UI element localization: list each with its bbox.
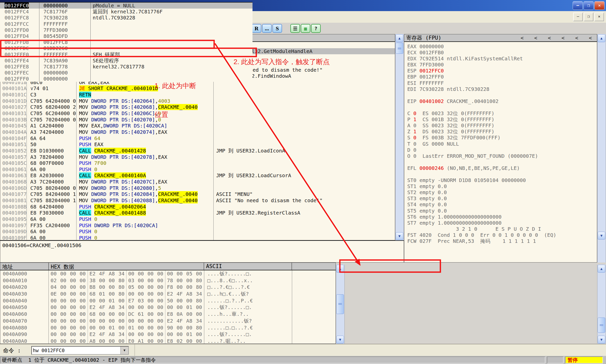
disasm-row[interactable]: 0040101DC705 64204000 0MOV DWORD PTR DS:… [0, 98, 395, 104]
disasm-row[interactable]: 0040103BC705 70204000 0MOV DWORD PTR DS:… [0, 117, 395, 123]
stack-row[interactable]: 0012FFC47C81776F返回到 kernel32.7C81776F [0, 9, 252, 15]
stack-row[interactable]: 0012FFE0FFFFFFFFSEH 链尾部 [0, 51, 252, 58]
scroll-up-icon[interactable]: ▲ [598, 34, 605, 42]
register-line[interactable]: FCW 027F Prec NEAR,53 掩码 1 1 1 1 1 1 [407, 238, 597, 244]
register-line[interactable]: ST3 empty 0.0 [407, 195, 597, 201]
stack-row[interactable]: 0012FFF000000000 [0, 76, 252, 82]
disasm-row[interactable]: 00401077C705 84204000 1MOV DWORD PTR DS:… [0, 191, 395, 197]
register-line[interactable]: D 0 [407, 147, 597, 153]
register-line[interactable]: ST6 empty 1.0000000000000000000 [407, 214, 597, 220]
chevron-left-icon[interactable]: < [575, 35, 578, 41]
chevron-left-icon[interactable]: < [589, 35, 592, 41]
register-line[interactable]: ECX 0012FFB0 [407, 49, 597, 56]
dump-row[interactable]: 0040A01002000000380000800300000078000080… [0, 277, 336, 284]
view-button-...[interactable]: ... [262, 24, 272, 33]
disasm-row[interactable]: 00401097FF35 CA204000PUSH DWORD PTR DS:[… [0, 222, 395, 229]
register-line[interactable]: A 0 SS 0023 32位 0(FFFFFFFF) [407, 122, 597, 128]
dump-scrollbar[interactable]: ▲ ▼ [336, 265, 345, 344]
disasm-row[interactable]: 004010956A 00PUSH 0 [0, 216, 395, 222]
dump-row[interactable]: 0040A05000000000E24FA8340000000000000100… [0, 304, 336, 311]
stack-row[interactable]: 0012FFE47C839A90SE处理程序 [0, 58, 252, 64]
register-line[interactable] [407, 159, 597, 165]
register-line[interactable]: EDX 7C92E514 ntdll.KiFastSystemCallRet [407, 56, 597, 62]
windows-list-button[interactable]: ☰ [290, 24, 300, 33]
dump-row[interactable]: 0040A070000000000000000000000000E24FA834… [0, 318, 336, 324]
dump-row[interactable]: 0040A0600000000068000000DC610000E80A0000… [0, 311, 336, 318]
stack-row[interactable]: 0012FFE87C817778kernel32.7C817778 [0, 64, 252, 70]
register-line[interactable]: ST1 empty 0.0 [407, 183, 597, 189]
dump-row[interactable]: 0040A09000000000E24FA8340000000000000100… [0, 331, 336, 338]
stack-row[interactable]: 0012FFD07FFD3000 [0, 27, 252, 33]
scroll-down-icon[interactable]: ▼ [598, 336, 605, 344]
disasm-row[interactable]: 00401068A3 7C204000MOV DWORD PTR DS:[402… [0, 179, 395, 185]
disasm-row[interactable]: 0040109F6A 00PUSH 0 [0, 235, 395, 240]
scroll-thumb[interactable] [598, 318, 605, 333]
dump-row[interactable]: 0040A08000000000000001000100000090000080… [0, 324, 336, 331]
register-line[interactable]: ST2 empty 0.0 [407, 189, 597, 195]
scroll-thumb[interactable] [396, 43, 403, 54]
scroll-down-icon[interactable]: ▼ [598, 232, 605, 240]
disasm-row[interactable]: 004010616A 00PUSH 0 [0, 166, 395, 173]
disasm-row[interactable]: 0040105150PUSH EAX [0, 141, 395, 148]
chevron-left-icon[interactable]: < [548, 35, 551, 41]
appearance-button[interactable]: ▦ [301, 24, 310, 33]
mdi-close-button[interactable]: ✕ [594, 13, 604, 21]
disasm-row[interactable]: 0040109D6A 00PUSH 0 [0, 228, 395, 235]
register-line[interactable]: EBX 7FFD3000 [407, 62, 597, 68]
register-line[interactable]: S 0 FS 003B 32位 7FFDF000(FFF) [407, 135, 597, 141]
disasm-row[interactable]: 00401081C705 88204000 1MOV DWORD PTR DS:… [0, 197, 395, 204]
disasm-row[interactable]: 0040101A∨74 01JE SHORT CRACKME_.0040101D [0, 85, 395, 92]
register-line[interactable]: Z 1 DS 0023 32位 0(FFFFFFFF) [407, 128, 597, 135]
chevron-left-icon[interactable]: < [521, 35, 524, 41]
stack-row[interactable]: 0012FFEC00000000 [0, 70, 252, 76]
disasm-row[interactable]: 0040105C68 007F0000PUSH 7F00 [0, 160, 395, 166]
disasm-row[interactable]: 0040106DC705 80204000 0MOV DWORD PTR DS:… [0, 185, 395, 191]
register-line[interactable] [407, 92, 597, 98]
disasm-row[interactable]: 00401052E8 D1030000CALL CRACKME_.0040142… [0, 148, 395, 154]
disasm-row[interactable]: 00401057A3 78204000MOV DWORD PTR DS:[402… [0, 154, 395, 160]
help-button[interactable]: ? [311, 24, 321, 33]
disasm-row[interactable]: 00401045A1 CA204000MOV EAX,DWORD PTR DS:… [0, 123, 395, 129]
register-line[interactable]: C 0 ES 0023 32位 0(FFFFFFFF) [407, 110, 597, 116]
register-line[interactable]: 3 2 1 0 E S P U O Z D I [407, 226, 597, 232]
col-header-hexdata[interactable]: HEX 数据 [49, 263, 204, 270]
scroll-down-icon[interactable]: ▼ [336, 336, 344, 344]
stack-row[interactable]: 0012FFC87C930228ntdll.7C930228 [0, 15, 252, 21]
register-line[interactable]: EFL 00000246 (NO,NB,E,BE,NS,PE,GE,LE) [407, 165, 597, 171]
stack-scrollbar[interactable]: ▲ ▼ [597, 265, 606, 344]
register-line[interactable]: P 1 CS 001B 32位 0(FFFFFFFF) [407, 116, 597, 122]
register-line[interactable]: ST5 empty 0.0 [407, 208, 597, 214]
register-line[interactable]: EBP 0012FFF0 [407, 74, 597, 80]
mdi-restore-button[interactable]: ❐ [584, 13, 593, 21]
disasm-row[interactable]: 00401027C705 68204000 2MOV DWORD PTR DS:… [0, 104, 395, 110]
disasm-row[interactable]: 00401031C705 6C204000 0MOV DWORD PTR DS:… [0, 110, 395, 117]
scroll-up-icon[interactable]: ▲ [336, 265, 344, 273]
register-line[interactable] [407, 104, 597, 110]
stack-row[interactable]: 0012FFCCFFFFFFFF [0, 21, 252, 27]
register-line[interactable]: ST4 empty 0.0 [407, 201, 597, 207]
col-header-address[interactable]: 地址 [0, 263, 49, 270]
view-button-s[interactable]: S [272, 24, 282, 33]
register-line[interactable]: O 0 LastErr ERROR_MOD_NOT_FOUND (0000007… [407, 153, 597, 159]
register-line[interactable]: FST 4020 Cond 1 0 0 0 Err 0 0 1 0 0 0 0 … [407, 232, 597, 238]
dump-row[interactable]: 0040A0300E0000006801008000000000E24FA834… [0, 291, 336, 297]
disasm-row[interactable]: 0040108B68 64204000PUSH CRACKME_.0040206… [0, 204, 395, 210]
minimize-button[interactable]: — [573, 1, 583, 10]
stack-row[interactable]: 0012FFD80012FFC8 [0, 39, 252, 45]
registers-scrollbar[interactable]: ▲ ▼ [597, 34, 606, 263]
register-line[interactable]: ST7 empty 1.0000000000000000000 [407, 220, 597, 226]
command-input[interactable] [32, 347, 119, 354]
scroll-up-icon[interactable]: ▲ [396, 34, 403, 42]
mdi-minimize-button[interactable]: — [573, 13, 583, 21]
register-line[interactable]: EAX 00000000 [407, 43, 597, 49]
scroll-down-icon[interactable]: ▼ [396, 232, 403, 240]
col-header-ascii[interactable]: ASCII [204, 263, 292, 270]
stack-row[interactable]: 0012FFDC81DD2260 [0, 45, 252, 51]
chevron-left-icon[interactable]: < [534, 35, 537, 41]
register-line[interactable]: ST0 empty -UNORM D1D8 01050104 00000000 [407, 177, 597, 183]
register-line[interactable] [407, 171, 597, 177]
dump-row[interactable]: 0040A02004000000B800008005000000F8000080… [0, 284, 336, 291]
disasm-row[interactable]: 0040101CC3RETN [0, 92, 395, 98]
stack-row[interactable]: 0012FFC000000000pModule = NULL [0, 3, 252, 9]
dump-row[interactable]: 0040A00000000000E24FA8340000000000000500… [0, 270, 336, 277]
